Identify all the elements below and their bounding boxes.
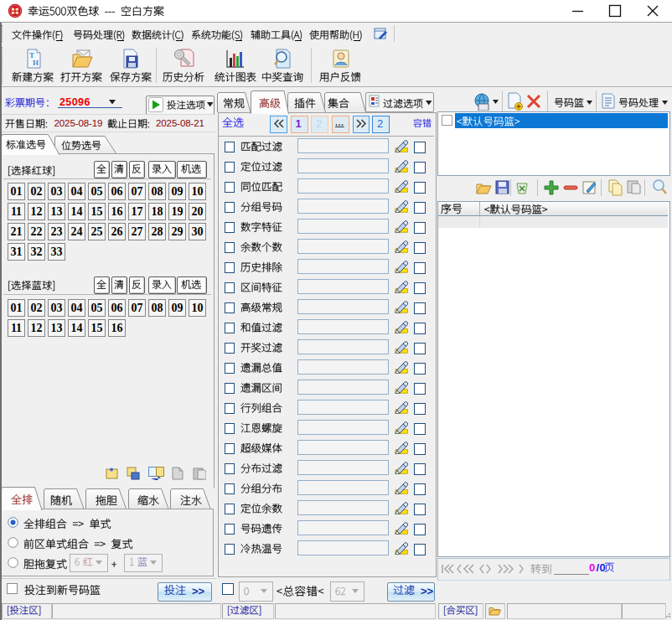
svg-text:H: H <box>33 59 39 67</box>
